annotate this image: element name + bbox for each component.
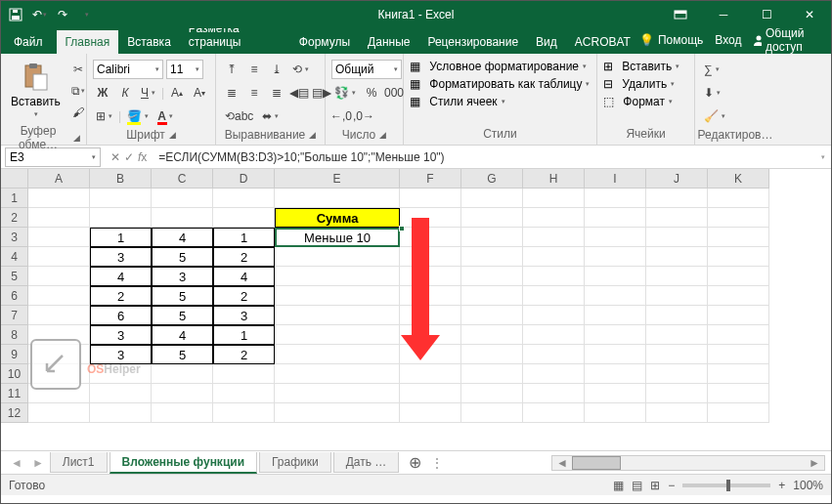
cell-A7[interactable] (28, 306, 90, 325)
maximize-icon[interactable]: ☐ (745, 1, 788, 28)
clear-icon[interactable]: 🧹▾ (701, 106, 728, 126)
cell-I10[interactable] (585, 364, 646, 384)
cell-K10[interactable] (708, 364, 769, 384)
cell-D10[interactable] (213, 364, 275, 384)
cell-B1[interactable] (90, 189, 152, 208)
sheet-nav-next-icon[interactable]: ► (28, 456, 48, 470)
cell-D6[interactable]: 2 (213, 286, 275, 306)
cell-A2[interactable] (28, 208, 90, 228)
cell-D9[interactable]: 2 (213, 345, 275, 364)
cell-J6[interactable] (646, 286, 708, 306)
number-format-combo[interactable]: Общий▾ (331, 60, 402, 79)
cell-F10[interactable] (400, 364, 461, 384)
cell-C2[interactable] (152, 208, 213, 228)
cell-J7[interactable] (646, 306, 708, 325)
view-normal-icon[interactable]: ▦ (613, 479, 624, 492)
tab-file[interactable]: Файл (5, 30, 57, 54)
cell-B4[interactable]: 3 (90, 247, 152, 267)
format-cells-button[interactable]: ⬚ Формат▾ (603, 95, 679, 108)
expand-formula-bar-icon[interactable]: ▾ (815, 153, 831, 161)
cell-I6[interactable] (585, 286, 646, 306)
row-header[interactable]: 8 (1, 325, 28, 345)
help-label[interactable]: Помощь (658, 33, 703, 47)
cell-G11[interactable] (461, 384, 523, 403)
tab-review[interactable]: Рецензирование (418, 30, 527, 54)
row-header[interactable]: 10 (1, 364, 28, 384)
align-left-icon[interactable]: ≣ (222, 83, 241, 103)
cell-D4[interactable]: 2 (213, 247, 275, 267)
cell-E12[interactable] (275, 403, 400, 423)
cell-C1[interactable] (152, 189, 213, 208)
cell-E11[interactable] (275, 384, 400, 403)
currency-icon[interactable]: 💱▾ (331, 83, 359, 103)
col-header[interactable]: I (585, 169, 646, 189)
cell-A12[interactable] (28, 403, 90, 423)
sheet-tab-3[interactable]: Графики (259, 452, 331, 473)
cell-K5[interactable] (708, 267, 769, 286)
col-header[interactable]: F (400, 169, 461, 189)
cell-A4[interactable] (28, 247, 90, 267)
cell-F12[interactable] (400, 403, 461, 423)
help-icon[interactable]: 💡 (639, 33, 654, 47)
tab-home[interactable]: Главная (57, 30, 119, 54)
formula-input[interactable]: =ЕСЛИ(СУММ(B3:D3)>10;"Больше 10";"Меньше… (153, 150, 814, 164)
spreadsheet-grid[interactable]: ABCDEFGHIJK 123456789101112 СуммаМеньше … (1, 169, 831, 450)
cell-E1[interactable] (275, 189, 400, 208)
row-header[interactable]: 7 (1, 306, 28, 325)
cell-I12[interactable] (585, 403, 646, 423)
col-header[interactable]: B (90, 169, 152, 189)
row-header[interactable]: 3 (1, 228, 28, 247)
row-header[interactable]: 6 (1, 286, 28, 306)
cell-G6[interactable] (461, 286, 523, 306)
row-header[interactable]: 12 (1, 403, 28, 423)
cell-H9[interactable] (523, 345, 585, 364)
cell-H7[interactable] (523, 306, 585, 325)
cell-H11[interactable] (523, 384, 585, 403)
cell-J9[interactable] (646, 345, 708, 364)
cell-I3[interactable] (585, 228, 646, 247)
select-all-corner[interactable] (1, 169, 28, 189)
cell-H1[interactable] (523, 189, 585, 208)
col-header[interactable]: G (461, 169, 523, 189)
cell-J4[interactable] (646, 247, 708, 267)
align-top-icon[interactable]: ⤒ (222, 60, 241, 79)
horizontal-scrollbar[interactable]: ◄► (551, 455, 825, 471)
cell-C5[interactable]: 3 (152, 267, 213, 286)
cell-C6[interactable]: 5 (152, 286, 213, 306)
sheet-nav-prev-icon[interactable]: ◄ (7, 456, 26, 470)
row-header[interactable]: 2 (1, 208, 28, 228)
cell-I9[interactable] (585, 345, 646, 364)
cell-F11[interactable] (400, 384, 461, 403)
cell-H2[interactable] (523, 208, 585, 228)
align-middle-icon[interactable]: ≡ (244, 60, 264, 79)
cell-E10[interactable] (275, 364, 400, 384)
cell-E6[interactable] (275, 286, 400, 306)
cell-D11[interactable] (213, 384, 275, 403)
cell-H12[interactable] (523, 403, 585, 423)
wrap-text-button[interactable]: ⟲abc (222, 106, 256, 126)
sheet-tab-1[interactable]: Лист1 (50, 452, 108, 473)
cell-G5[interactable] (461, 267, 523, 286)
cell-J10[interactable] (646, 364, 708, 384)
cell-D7[interactable]: 3 (213, 306, 275, 325)
add-sheet-icon[interactable]: ⊕ (401, 453, 429, 472)
minimize-icon[interactable]: ─ (702, 1, 745, 28)
cell-B2[interactable] (90, 208, 152, 228)
tab-insert[interactable]: Вставка (118, 30, 180, 54)
cell-I4[interactable] (585, 247, 646, 267)
align-right-icon[interactable]: ≣ (267, 83, 286, 103)
tab-formulas[interactable]: Формулы (290, 30, 359, 54)
cell-D3[interactable]: 1 (213, 228, 275, 247)
cell-D2[interactable] (213, 208, 275, 228)
cell-B12[interactable] (90, 403, 152, 423)
row-header[interactable]: 9 (1, 345, 28, 364)
increase-decimal-icon[interactable]: ←,0 (331, 106, 351, 126)
cell-I8[interactable] (585, 325, 646, 345)
copy-icon[interactable]: ⧉▾ (68, 81, 88, 101)
cell-D5[interactable]: 4 (213, 267, 275, 286)
cell-A6[interactable] (28, 286, 90, 306)
col-header[interactable]: A (28, 169, 90, 189)
cell-I1[interactable] (585, 189, 646, 208)
cell-styles-button[interactable]: ▦ Стили ячеек▾ (410, 95, 590, 108)
cell-H8[interactable] (523, 325, 585, 345)
